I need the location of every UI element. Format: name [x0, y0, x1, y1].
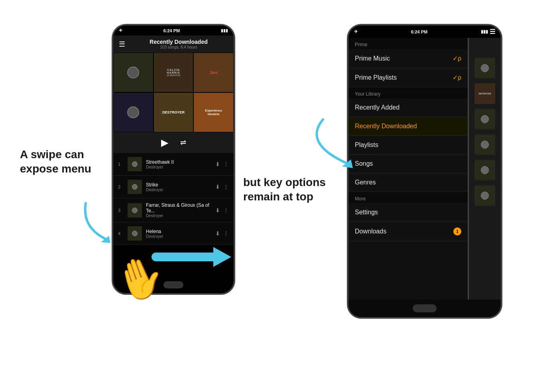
phone-header-left: ☰ Recently Downloaded 103 songs, 8.4 hou… — [113, 35, 234, 53]
album-cell-6: ExperienceHendrix — [193, 92, 234, 132]
album-art-4 — [127, 106, 139, 118]
battery-icon-left: ▮▮▮ — [221, 28, 228, 33]
song-num-1: 1 — [118, 162, 124, 167]
prime-playlists-label: Prime Playlists — [355, 74, 397, 81]
play-button[interactable]: ▶ — [161, 137, 168, 148]
left-arrow-icon — [74, 195, 138, 247]
song-artist-3: Destroyer — [146, 214, 211, 218]
genres-label: Genres — [355, 179, 376, 186]
time-left: 6:24 PM — [122, 28, 221, 33]
recently-added-label: Recently Added — [355, 104, 400, 111]
prime-music-check-icon: ✓ρ — [453, 55, 461, 62]
side-thumb-5 — [474, 160, 495, 180]
side-thumbnails: DESTROYER — [469, 38, 501, 300]
swipe-arrow-icon — [152, 247, 231, 267]
menu-item-prime-music[interactable]: Prime Music ✓ρ — [348, 49, 468, 68]
downloads-badge: 1 — [453, 227, 461, 235]
section-more: More — [348, 192, 468, 203]
song-item-1: 1 Streethawk II Destroyer ⬇ ⋮ — [113, 153, 234, 176]
menu-item-genres[interactable]: Genres — [348, 173, 468, 192]
more-icon-1[interactable]: ⋮ — [223, 161, 229, 167]
song-artist-2: Destroyer — [146, 188, 211, 192]
song-thumb-1 — [128, 157, 142, 171]
menu-item-settings[interactable]: Settings — [348, 203, 468, 222]
side-thumb-3 — [474, 109, 495, 129]
prime-playlists-check-icon: ✓ρ — [453, 74, 461, 81]
song-title-4: Helena — [146, 229, 211, 234]
album-art-1 — [127, 67, 139, 78]
section-prime: Prime — [348, 38, 468, 49]
download-icon-1[interactable]: ⬇ — [215, 161, 220, 167]
side-thumb-1 — [474, 58, 495, 78]
download-icon-2[interactable]: ⬇ — [215, 184, 220, 190]
downloads-label: Downloads — [355, 228, 386, 235]
battery-left: ▮▮▮ — [221, 28, 228, 33]
song-artist-4: Destroyer — [146, 234, 211, 239]
album-cell-2: CALVIN HARRIS 18 MONTHS — [154, 53, 194, 92]
more-icon-3[interactable]: ⋮ — [223, 207, 229, 214]
time-right: 6:24 PM — [358, 29, 481, 34]
annotation-left: A swipe can expose menu — [20, 147, 100, 176]
song-title-2: Strike — [146, 182, 211, 188]
section-library: Your Library — [348, 87, 468, 98]
album-cell-4 — [113, 92, 154, 132]
signal-icon-left: ✈ — [119, 28, 122, 33]
right-curved-arrow-icon — [299, 112, 379, 175]
menu-item-prime-playlists[interactable]: Prime Playlists ✓ρ — [348, 68, 468, 87]
song-title-3: Farrar, Straus & Giroux (S⁠a of Te... — [146, 202, 211, 214]
svg-rect-1 — [152, 253, 217, 261]
play-controls: ▶ ⇌ — [113, 132, 234, 153]
battery-icon-right: ▮▮▮ — [481, 29, 488, 34]
song-thumb-2 — [128, 180, 142, 194]
signal-icon-right: ✈ — [354, 29, 358, 34]
song-num-2: 2 — [118, 184, 124, 189]
header-subtitle-left: 103 songs, 8.4 hours — [129, 45, 228, 49]
song-title-1: Streethawk II — [146, 159, 211, 165]
album-cell-1 — [113, 53, 154, 92]
settings-label: Settings — [355, 209, 378, 216]
album-cell-5: DESTROYER — [154, 92, 194, 132]
status-bar-right: ✈ 6:24 PM ▮▮▮ ☰ — [348, 25, 501, 38]
prime-music-label: Prime Music — [355, 55, 390, 62]
menu-item-downloads[interactable]: Downloads 1 — [348, 222, 468, 241]
shuffle-button[interactable]: ⇌ — [180, 138, 186, 147]
download-icon-3[interactable]: ⬇ — [215, 207, 220, 214]
more-icon-4[interactable]: ⋮ — [223, 230, 229, 237]
header-title-left: Recently Downloaded — [129, 39, 228, 45]
svg-marker-2 — [213, 247, 231, 267]
hamburger-icon-left[interactable]: ☰ — [119, 40, 125, 49]
more-icon-2[interactable]: ⋮ — [223, 184, 229, 190]
album-grid: CALVIN HARRIS 18 MONTHS Jimi DESTROYER E… — [113, 53, 234, 132]
hamburger-icon-right[interactable]: ☰ — [490, 28, 495, 35]
download-icon-4[interactable]: ⬇ — [215, 230, 220, 237]
side-thumb-6 — [474, 185, 495, 206]
annotation-right: but key options remain at top — [243, 175, 347, 204]
home-button-right[interactable] — [413, 304, 437, 312]
side-thumb-2: DESTROYER — [474, 83, 495, 104]
status-bar-left: ✈ 6:24 PM ▮▮▮ — [113, 25, 234, 35]
side-thumb-4 — [474, 134, 495, 155]
album-cell-3: Jimi — [193, 53, 234, 92]
song-artist-1: Destroyer — [146, 165, 211, 169]
